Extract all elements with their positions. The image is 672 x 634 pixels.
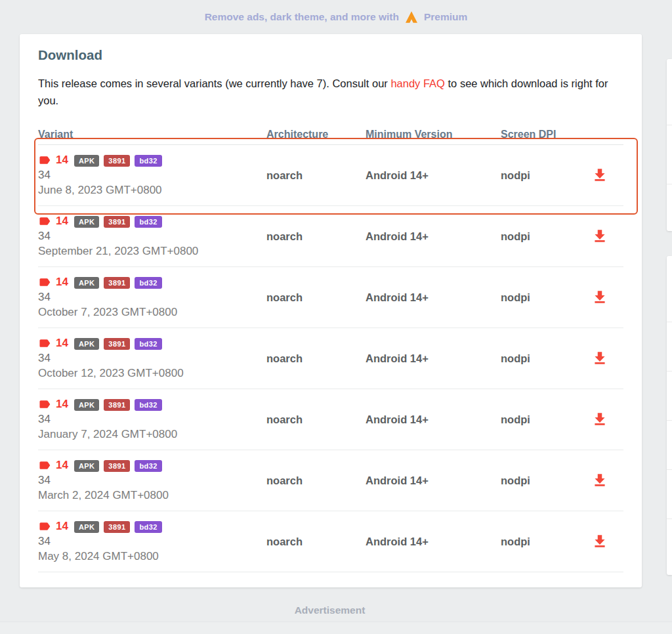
column-header-minimum-version: Minimum Version [366, 129, 501, 140]
download-icon [591, 167, 608, 184]
variant-badge: APK [74, 277, 99, 289]
minimum-version-value: Android 14+ [366, 352, 501, 365]
variant-cell[interactable]: 14 APK3891bd32 34 May 8, 2024 GMT+0800 [38, 520, 266, 563]
screen-dpi-value: nodpi [501, 230, 576, 243]
variant-cell[interactable]: 14 APK3891bd32 34 October 12, 2023 GMT+0… [38, 337, 266, 380]
premium-upsell-text: Remove ads, dark theme, and more with [205, 11, 399, 23]
download-button[interactable] [590, 287, 610, 307]
tag-icon [38, 459, 51, 472]
table-header-row: Variant Architecture Minimum Version Scr… [38, 129, 623, 145]
download-button[interactable] [590, 165, 610, 185]
release-date: October 7, 2023 GMT+0800 [38, 306, 266, 319]
table-row: 14 APK3891bd32 34 October 12, 2023 GMT+0… [38, 328, 623, 389]
version-number: 34 [38, 291, 266, 304]
tag-icon [38, 337, 51, 350]
minimum-version-value: Android 14+ [366, 413, 501, 426]
apkmirror-logo-icon [404, 10, 419, 24]
right-edge-card-sliver [667, 256, 672, 575]
variant-badge: bd32 [135, 277, 161, 289]
badge-list: APK3891bd32 [74, 459, 167, 472]
table-row: 14 APK3891bd32 34 January 7, 2024 GMT+08… [38, 389, 623, 450]
screen-dpi-value: nodpi [501, 169, 576, 182]
variant-badge: 3891 [104, 399, 130, 411]
download-button[interactable] [590, 349, 610, 368]
version-number: 34 [38, 352, 266, 365]
download-button[interactable] [590, 226, 610, 246]
badge-list: APK3891bd32 [74, 154, 167, 167]
badge-list: APK3891bd32 [74, 215, 167, 228]
minimum-version-value: Android 14+ [366, 230, 501, 243]
column-header-screen-dpi: Screen DPI [501, 129, 576, 140]
variant-badge: APK [74, 460, 99, 472]
variant-badge: bd32 [135, 338, 161, 350]
handy-faq-link[interactable]: handy FAQ [390, 77, 445, 89]
page-title: Download [38, 47, 623, 63]
variant-badge: 3891 [104, 277, 130, 289]
variant-cell[interactable]: 14 APK3891bd32 34 October 7, 2023 GMT+08… [38, 276, 266, 319]
variant-badge: bd32 [135, 399, 161, 411]
premium-brand-label: Premium [424, 11, 467, 23]
download-icon [591, 533, 608, 550]
release-date: January 7, 2024 GMT+0800 [38, 428, 266, 441]
variant-cell[interactable]: 14 APK3891bd32 34 January 7, 2024 GMT+08… [38, 398, 266, 441]
variant-cell[interactable]: 14 APK3891bd32 34 March 2, 2024 GMT+0800 [38, 459, 266, 502]
architecture-value: noarch [266, 475, 366, 487]
column-header-variant: Variant [38, 129, 266, 140]
page-bottom-strip [0, 622, 672, 634]
minimum-version-value: Android 14+ [366, 291, 501, 304]
variant-badge: APK [74, 399, 99, 411]
screen-dpi-value: nodpi [501, 413, 576, 426]
api-level-label: 14 [56, 520, 68, 533]
badge-list: APK3891bd32 [74, 398, 167, 411]
download-icon [591, 350, 608, 367]
variants-intro-text: This release comes in several variants (… [38, 75, 623, 109]
variant-badge: 3891 [104, 338, 130, 350]
table-body: 14 APK3891bd32 34 June 8, 2023 GMT+0800 … [38, 145, 623, 572]
download-card: Download This release comes in several v… [20, 34, 642, 587]
screen-dpi-value: nodpi [501, 475, 576, 487]
download-button[interactable] [590, 532, 610, 551]
release-date: June 8, 2023 GMT+0800 [38, 184, 266, 197]
architecture-value: noarch [266, 169, 366, 182]
variant-badge: APK [74, 155, 99, 167]
version-number: 34 [38, 169, 266, 182]
badge-line: 14 APK3891bd32 [38, 276, 266, 289]
download-button[interactable] [590, 471, 610, 490]
architecture-value: noarch [266, 291, 366, 304]
premium-upsell-bar[interactable]: Remove ads, dark theme, and more with Pr… [0, 0, 672, 34]
variant-badge: 3891 [104, 216, 130, 228]
minimum-version-value: Android 14+ [366, 169, 501, 182]
badge-list: APK3891bd32 [74, 337, 167, 350]
api-level-label: 14 [56, 398, 68, 411]
table-row: 14 APK3891bd32 34 June 8, 2023 GMT+0800 … [38, 145, 623, 206]
screen-dpi-value: nodpi [501, 352, 576, 365]
variant-cell[interactable]: 14 APK3891bd32 34 September 21, 2023 GMT… [38, 215, 266, 258]
tag-icon [38, 276, 51, 289]
variant-badge: 3891 [104, 460, 130, 472]
api-level-label: 14 [56, 215, 68, 228]
api-level-label: 14 [56, 154, 68, 167]
badge-line: 14 APK3891bd32 [38, 154, 266, 167]
download-icon [591, 228, 608, 245]
tag-icon [38, 398, 51, 411]
table-row: 14 APK3891bd32 34 May 8, 2024 GMT+0800 n… [38, 511, 623, 572]
badge-line: 14 APK3891bd32 [38, 398, 266, 411]
variant-badge: APK [74, 338, 99, 350]
variant-table: Variant Architecture Minimum Version Scr… [38, 129, 623, 572]
badge-list: APK3891bd32 [74, 276, 167, 289]
tag-icon [38, 215, 51, 228]
architecture-value: noarch [266, 230, 366, 243]
screen-dpi-value: nodpi [501, 536, 576, 548]
download-button[interactable] [590, 410, 610, 429]
api-level-label: 14 [56, 276, 68, 289]
tag-icon [38, 154, 51, 167]
release-date: May 8, 2024 GMT+0800 [38, 550, 266, 563]
variant-badge: 3891 [104, 155, 130, 167]
intro-text-before: This release comes in several variants (… [38, 77, 390, 89]
column-header-architecture: Architecture [266, 129, 366, 140]
variant-badge: bd32 [135, 216, 161, 228]
variant-badge: bd32 [135, 460, 161, 472]
minimum-version-value: Android 14+ [366, 536, 501, 548]
download-icon [591, 289, 608, 306]
variant-cell[interactable]: 14 APK3891bd32 34 June 8, 2023 GMT+0800 [38, 154, 266, 197]
